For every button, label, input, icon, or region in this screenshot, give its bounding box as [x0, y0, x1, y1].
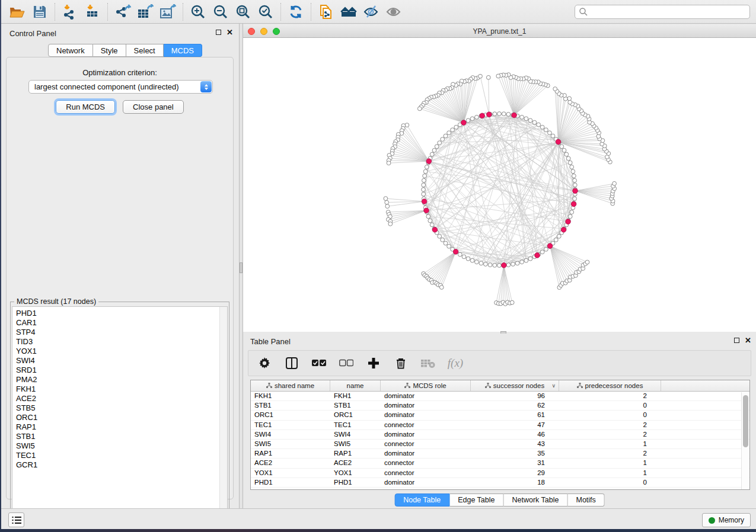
- deselect-all-columns-icon[interactable]: [339, 355, 354, 371]
- zoom-in-icon[interactable]: [187, 2, 209, 22]
- result-item[interactable]: SRD1: [12, 366, 227, 375]
- search-input[interactable]: [588, 6, 749, 18]
- tab-mcds[interactable]: MCDS: [164, 44, 202, 57]
- cell-MCDS-role[interactable]: connector: [381, 469, 471, 477]
- optimization-select[interactable]: largest connected component (undirected): [28, 80, 213, 94]
- cell-successor-nodes[interactable]: 35: [471, 449, 559, 458]
- cell-name[interactable]: STB1: [330, 401, 381, 410]
- mcds-result-list[interactable]: PHD1CAR1STP4TID3YOX1SWI4SRD1PMA2FKH1ACE2…: [12, 306, 228, 518]
- export-network-icon[interactable]: [111, 2, 134, 22]
- cell-successor-nodes[interactable]: 31: [471, 459, 559, 467]
- import-network-icon[interactable]: [59, 2, 81, 22]
- open-file-icon[interactable]: [6, 2, 28, 22]
- tab-style[interactable]: Style: [93, 44, 126, 57]
- cell-shared-name[interactable]: PHD1: [251, 478, 330, 487]
- function-builder-icon[interactable]: f(x): [448, 355, 463, 371]
- table-row[interactable]: TEC1TEC1connector472: [251, 421, 749, 430]
- cell-successor-nodes[interactable]: 96: [471, 392, 559, 400]
- table-row[interactable]: PHD1PHD1dominator180: [251, 478, 749, 488]
- cell-shared-name[interactable]: SWI4: [251, 430, 330, 439]
- result-item[interactable]: STB1: [12, 432, 227, 441]
- cell-MCDS-role[interactable]: dominator: [381, 449, 471, 458]
- cell-shared-name[interactable]: ORC1: [251, 411, 330, 419]
- cell-predecessor-nodes[interactable]: 2: [559, 392, 661, 400]
- close-panel-icon[interactable]: ✕: [227, 30, 233, 35]
- result-item[interactable]: ACE2: [12, 394, 227, 403]
- result-item[interactable]: PMA2: [12, 375, 227, 384]
- close-window-icon[interactable]: [248, 28, 255, 35]
- add-column-icon[interactable]: [366, 355, 381, 371]
- cell-successor-nodes[interactable]: 18: [471, 478, 559, 487]
- cell-MCDS-role[interactable]: connector: [381, 440, 471, 448]
- cell-shared-name[interactable]: ACE2: [251, 459, 330, 467]
- import-table-icon[interactable]: [81, 2, 104, 22]
- table-scrollbar-thumb[interactable]: [743, 395, 748, 447]
- tab-edge-table[interactable]: Edge Table: [449, 493, 503, 507]
- cell-predecessor-nodes[interactable]: 1: [559, 440, 661, 448]
- cell-name[interactable]: SWI4: [330, 430, 381, 439]
- result-item[interactable]: TEC1: [12, 451, 227, 460]
- table-row[interactable]: RAP1RAP1dominator352: [251, 449, 749, 459]
- cell-shared-name[interactable]: TEC1: [251, 421, 330, 430]
- cell-MCDS-role[interactable]: dominator: [381, 401, 471, 410]
- cell-name[interactable]: FKH1: [330, 392, 381, 400]
- cell-successor-nodes[interactable]: 43: [471, 440, 559, 448]
- table-row[interactable]: ORC1ORC1dominator610: [251, 411, 749, 420]
- cell-predecessor-nodes[interactable]: 2: [559, 449, 661, 458]
- tab-network[interactable]: Network: [48, 44, 93, 57]
- table-row[interactable]: SWI4SWI4dominator462: [251, 430, 749, 440]
- network-window-titlebar[interactable]: YPA_prune.txt_1: [243, 25, 756, 38]
- export-table-icon[interactable]: [134, 2, 157, 22]
- result-item[interactable]: ORC1: [12, 413, 227, 422]
- column-header-name[interactable]: name: [330, 380, 381, 391]
- cell-successor-nodes[interactable]: 47: [471, 421, 559, 430]
- cell-MCDS-role[interactable]: dominator: [381, 430, 471, 439]
- column-header-predecessor-nodes[interactable]: predecessor nodes: [559, 380, 661, 391]
- cell-shared-name[interactable]: SWI5: [251, 440, 330, 448]
- result-item[interactable]: SWI4: [12, 356, 227, 366]
- result-item[interactable]: TID3: [12, 337, 227, 347]
- cell-shared-name[interactable]: RAP1: [251, 449, 330, 458]
- vertical-splitter[interactable]: [239, 24, 243, 508]
- cell-successor-nodes[interactable]: 61: [471, 411, 559, 419]
- result-item[interactable]: CAR1: [12, 318, 227, 328]
- settings-gear-icon[interactable]: [257, 355, 272, 371]
- result-item[interactable]: FKH1: [12, 384, 227, 394]
- result-item[interactable]: GCR1: [12, 460, 227, 470]
- maximize-window-icon[interactable]: [273, 28, 280, 35]
- cell-predecessor-nodes[interactable]: 2: [559, 430, 661, 439]
- result-list-scrollbar[interactable]: [219, 307, 227, 518]
- table-row[interactable]: ACE2ACE2connector311: [251, 459, 749, 468]
- select-all-columns-icon[interactable]: [311, 355, 327, 371]
- cell-MCDS-role[interactable]: dominator: [381, 392, 471, 400]
- cell-MCDS-role[interactable]: connector: [381, 459, 471, 467]
- cell-MCDS-role[interactable]: connector: [381, 421, 471, 430]
- run-mcds-button[interactable]: Run MCDS: [56, 100, 115, 114]
- tab-node-table[interactable]: Node Table: [394, 493, 449, 507]
- refresh-layout-icon[interactable]: [285, 2, 307, 22]
- result-item[interactable]: STB5: [12, 403, 227, 413]
- first-neighbors-icon[interactable]: [337, 2, 360, 22]
- task-history-button[interactable]: [8, 512, 24, 527]
- minimize-window-icon[interactable]: [260, 28, 267, 35]
- cell-shared-name[interactable]: YOX1: [251, 469, 330, 477]
- zoom-selected-icon[interactable]: [254, 2, 277, 22]
- clone-network-icon[interactable]: [315, 2, 337, 22]
- delete-column-icon[interactable]: [393, 355, 409, 371]
- result-item[interactable]: RAP1: [12, 422, 227, 432]
- cell-name[interactable]: YOX1: [330, 469, 381, 477]
- save-icon[interactable]: [28, 2, 51, 22]
- network-canvas[interactable]: [243, 38, 756, 332]
- cell-MCDS-role[interactable]: dominator: [381, 411, 471, 419]
- column-header-MCDS-role[interactable]: MCDS role: [381, 380, 471, 391]
- memory-button[interactable]: Memory: [702, 513, 751, 527]
- column-header-successor-nodes[interactable]: successor nodes∨: [471, 380, 559, 391]
- cell-name[interactable]: RAP1: [330, 449, 381, 458]
- cell-name[interactable]: TEC1: [330, 421, 381, 430]
- cell-predecessor-nodes[interactable]: 1: [559, 459, 661, 467]
- splitter-handle[interactable]: [240, 262, 243, 273]
- close-panel-button[interactable]: Close panel: [123, 100, 184, 114]
- cell-name[interactable]: ORC1: [330, 411, 381, 419]
- result-item[interactable]: PHD1: [12, 307, 227, 318]
- result-item[interactable]: YOX1: [12, 347, 227, 356]
